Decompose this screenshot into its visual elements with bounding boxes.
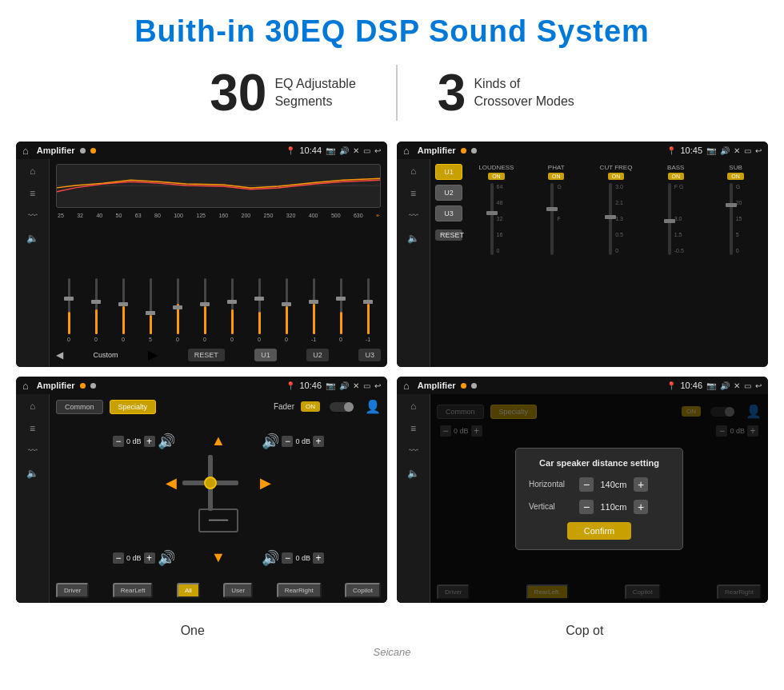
dist-sidebar-icon1[interactable]: ⌂ [410, 401, 416, 412]
back-icon-s3[interactable]: ↩ [374, 381, 381, 390]
front-right-minus[interactable]: − [282, 436, 293, 447]
screen3-statusbar: ⌂ Amplifier 📍 10:46 📷 🔊 ✕ ▭ ↩ [16, 377, 387, 394]
user-btn[interactable]: User [223, 583, 253, 598]
close-icon-s2[interactable]: ✕ [734, 146, 740, 155]
rec-dot2-s2 [471, 148, 477, 154]
front-right-plus[interactable]: + [313, 436, 324, 447]
eq-sidebar-icon1[interactable]: ⌂ [30, 166, 35, 177]
eq-sidebar-icon4[interactable]: 🔈 [26, 233, 38, 244]
tab-specialty-s3[interactable]: Specialty [110, 400, 157, 414]
rear-left-btn[interactable]: RearLeft [113, 583, 154, 598]
play-icon[interactable]: ▶ [148, 347, 158, 362]
home-icon[interactable]: ⌂ [22, 145, 29, 157]
cross-sidebar-icon2[interactable]: ≡ [410, 188, 416, 199]
horizontal-minus[interactable]: − [579, 477, 594, 492]
home-icon-s2[interactable]: ⌂ [403, 145, 410, 157]
chan-cutfreq-toggle[interactable]: ON [608, 173, 625, 180]
fader-toggle[interactable]: ON [301, 401, 320, 412]
rec-dot-s3a [80, 383, 86, 389]
u2-button[interactable]: U2 [306, 349, 329, 361]
close-icon[interactable]: ✕ [353, 146, 359, 155]
fader-sidebar-icon1[interactable]: ⌂ [30, 401, 35, 412]
slider-col-3: 5 [138, 278, 163, 342]
expand-icon[interactable]: » [376, 213, 379, 218]
back-icon[interactable]: ↩ [374, 146, 381, 155]
reset-btn-s2[interactable]: RESET [435, 229, 462, 241]
screen4-distance: ⌂ Amplifier 📍 10:46 📷 🔊 ✕ ▭ ↩ ⌂ ≡ 〰 🔈 [397, 377, 768, 602]
eq-stat: 30 EQ Adjustable Segments [170, 67, 396, 118]
horizontal-ctrl: − 140cm + [579, 477, 670, 492]
vertical-minus[interactable]: − [579, 500, 594, 514]
joystick[interactable] [178, 451, 242, 515]
cross-channels: LOUDNESS ON 644832160 PHAT ON [469, 164, 763, 362]
u1-preset[interactable]: U1 [435, 164, 462, 180]
chan-sub: SUB ON G201550 [708, 164, 763, 362]
eq-sidebar-icon3[interactable]: 〰 [28, 210, 38, 221]
window-icon-s3[interactable]: ▭ [363, 381, 370, 390]
fader-sidebar-icon2[interactable]: ≡ [30, 423, 35, 434]
back-icon-s4[interactable]: ↩ [755, 381, 762, 390]
front-left-minus[interactable]: − [113, 436, 124, 447]
u1-button[interactable]: U1 [254, 349, 277, 361]
joystick-dot[interactable] [204, 477, 217, 489]
back-icon-s2[interactable]: ↩ [755, 146, 762, 155]
chan-loudness-toggle[interactable]: ON [488, 173, 505, 180]
fader-track[interactable] [330, 402, 354, 412]
fader-sidebar-icon4[interactable]: 🔈 [26, 468, 38, 479]
driver-btn[interactable]: Driver [56, 583, 89, 598]
prev-icon[interactable]: ◀ [56, 349, 63, 361]
slider-col-11: -1 [355, 278, 381, 342]
eq-sidebar-icon2[interactable]: ≡ [30, 188, 35, 199]
copilot-btn[interactable]: Copilot [345, 583, 381, 598]
front-left-plus[interactable]: + [144, 436, 155, 447]
screen2-status-icons: 📍 10:45 📷 🔊 ✕ ▭ ↩ [666, 146, 762, 155]
u2-preset[interactable]: U2 [435, 185, 462, 201]
all-btn[interactable]: All [177, 583, 200, 598]
camera-icon-s3: 📷 [326, 381, 335, 390]
rear-right-btn[interactable]: RearRight [277, 583, 322, 598]
window-icon-s4[interactable]: ▭ [744, 381, 751, 390]
cross-stat: 3 Kinds of Crossover Modes [398, 67, 614, 118]
home-icon-s4[interactable]: ⌂ [403, 380, 410, 392]
close-icon-s3[interactable]: ✕ [353, 381, 359, 390]
chan-bass-toggle[interactable]: ON [668, 173, 685, 180]
speaker-icon-fr: 🔊 [262, 433, 279, 450]
chan-cutfreq: CUT FREQ ON 3.02.11.30.50 [589, 164, 644, 362]
tab-common-s3[interactable]: Common [56, 400, 103, 414]
window-icon[interactable]: ▭ [363, 146, 370, 155]
cross-sidebar-icon1[interactable]: ⌂ [410, 166, 416, 177]
joystick-cross[interactable] [182, 455, 238, 511]
rear-left-plus[interactable]: + [144, 552, 155, 564]
home-icon-s3[interactable]: ⌂ [22, 380, 29, 392]
vertical-plus[interactable]: + [634, 500, 648, 514]
window-icon-s2[interactable]: ▭ [744, 146, 751, 155]
slider-col-1: 0 [83, 278, 109, 342]
fader-sidebar-icon3[interactable]: 〰 [28, 445, 38, 457]
dist-sidebar-icon2[interactable]: ≡ [410, 423, 416, 434]
close-icon-s4[interactable]: ✕ [734, 381, 740, 390]
confirm-button[interactable]: Confirm [567, 522, 631, 540]
u3-button[interactable]: U3 [358, 349, 381, 361]
rear-left-minus[interactable]: − [113, 552, 124, 564]
rear-right-minus[interactable]: − [282, 552, 293, 564]
vertical-label: Vertical [529, 502, 573, 511]
watermark: Seicane [0, 646, 784, 664]
screen4-content: ⌂ ≡ 〰 🔈 Common Specialty ON 👤 [397, 394, 768, 602]
chan-bass-label: BASS [667, 164, 684, 171]
subwoofer-box: ━━━━ [198, 509, 238, 532]
reset-button[interactable]: RESET [188, 349, 225, 361]
horizontal-plus[interactable]: + [634, 477, 648, 492]
dist-sidebar-icon3[interactable]: 〰 [409, 445, 418, 457]
freq-200: 200 [242, 213, 251, 218]
cross-sidebar-icon4[interactable]: 🔈 [407, 233, 419, 244]
slider-col-5: 0 [192, 278, 218, 342]
dist-sidebar-icon4[interactable]: 🔈 [407, 468, 419, 479]
screens-grid: ⌂ Amplifier 📍 10:44 📷 🔊 ✕ ▭ ↩ ⌂ ≡ 〰 🔈 [0, 135, 784, 619]
rear-right-plus[interactable]: + [313, 552, 324, 564]
freq-40: 40 [96, 213, 102, 218]
chan-sub-label: SUB [729, 164, 742, 171]
chan-sub-toggle[interactable]: ON [727, 173, 744, 180]
cross-sidebar-icon3[interactable]: 〰 [409, 210, 418, 221]
chan-phat-toggle[interactable]: ON [548, 173, 565, 180]
u3-preset[interactable]: U3 [435, 205, 462, 221]
